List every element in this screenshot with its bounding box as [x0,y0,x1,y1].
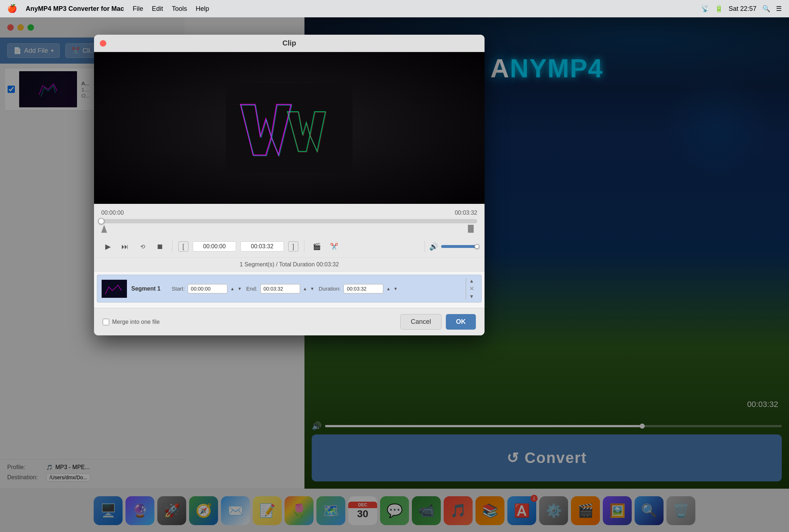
segment-duration-group: Duration: ▲ ▼ [319,284,398,293]
segment-end-input[interactable] [260,284,300,293]
dialog-titlebar: Clip [94,35,485,52]
edit-menu[interactable]: Edit [152,5,163,13]
dialog-overlay: Clip [0,17,789,532]
dur-spinner-up-icon[interactable]: ▲ [386,286,391,291]
move-down-icon[interactable]: ▼ [469,293,474,299]
end-label: End: [246,286,257,292]
set-start-bracket[interactable]: [ [178,241,188,252]
video-preview-area [94,52,485,204]
merge-label: Merge into one file [112,319,160,325]
segment-name-label: Segment 1 [131,286,167,292]
segment-thumbnail [102,280,127,298]
clock-display: Sat 22:57 [729,5,756,13]
battery-icon: 🔋 [715,5,723,13]
spinner-up-icon[interactable]: ▲ [230,286,235,291]
wifi-icon[interactable]: 📡 [701,5,709,13]
timeline-bar[interactable] [101,219,477,223]
duration-label: Duration: [319,286,341,292]
ok-button[interactable]: OK [446,314,476,330]
dur-spinner-down-icon[interactable]: ▼ [393,286,398,291]
spinner-down-icon[interactable]: ▼ [238,286,242,291]
svg-rect-5 [226,83,353,173]
stop-button[interactable]: ⏹ [153,240,166,253]
cut-audio-icon[interactable]: ✂️ [328,240,341,253]
end-spinner-down-icon[interactable]: ▼ [310,286,314,291]
file-menu[interactable]: File [133,5,143,13]
segment-row: Segment 1 Start: ▲ ▼ End: ▲ ▼ Durat [97,275,482,303]
cut-video-icon[interactable]: 🎬 [310,240,323,253]
segment-reorder-controls: ▲ ✕ ▼ [466,278,477,299]
menubar: 🍎 AnyMP4 MP3 Converter for Mac File Edit… [0,0,789,17]
dialog-footer: Merge into one file Cancel OK [94,308,485,335]
video-content-graphic [226,83,353,173]
end-time-input[interactable] [240,241,284,252]
help-menu[interactable]: Help [196,5,209,13]
segment-start-input[interactable] [188,284,227,293]
merge-checkbox-group[interactable]: Merge into one file [103,319,160,325]
playhead[interactable] [98,218,105,224]
clip-dialog: Clip [94,35,485,335]
loop-button[interactable]: ⟲ [136,240,149,253]
trim-handle-right[interactable] [468,225,474,233]
end-spinner-up-icon[interactable]: ▲ [303,286,307,291]
dialog-close-button[interactable] [100,40,106,47]
playback-controls: ▶ ⏭ ⟲ ⏹ [ ] 🎬 ✂️ 🔊 [94,236,485,258]
segment-info-bar: 1 Segment(s) / Total Duration 00:03:32 [94,258,485,272]
segment-start-group: Start: ▲ ▼ [172,284,242,293]
list-icon[interactable]: ☰ [776,5,782,13]
fast-forward-button[interactable]: ⏭ [119,240,132,253]
search-icon[interactable]: 🔍 [762,5,770,13]
dialog-title: Clip [282,39,296,47]
set-end-bracket[interactable]: ] [288,241,298,252]
sound-icon: 🔊 [429,242,438,251]
cancel-button[interactable]: Cancel [400,314,442,330]
app-name-menu: AnyMP4 MP3 Converter for Mac [26,5,124,13]
progress-area: 00:00:00 00:03:32 [94,204,485,236]
segment-end-group: End: ▲ ▼ [246,284,315,293]
segment-list: Segment 1 Start: ▲ ▼ End: ▲ ▼ Durat [94,272,485,308]
apple-menu-icon[interactable]: 🍎 [7,4,17,13]
desktop-background: 📄 Add File ▾ ✂️ Cli... [0,17,789,532]
segment-duration-input[interactable] [344,284,383,293]
volume-thumb[interactable] [474,244,479,249]
merge-checkbox[interactable] [103,319,109,325]
trim-handle-left[interactable] [101,225,107,233]
time-end-display: 00:03:32 [455,210,477,216]
move-up-icon[interactable]: ▲ [469,278,474,284]
volume-area: 🔊 [423,241,477,252]
time-start-display: 00:00:00 [101,210,124,216]
tools-menu[interactable]: Tools [172,5,187,13]
volume-bar[interactable] [441,245,477,248]
play-button[interactable]: ▶ [101,240,114,253]
start-time-input[interactable] [193,241,236,252]
delete-segment-icon[interactable]: ✕ [469,285,474,292]
start-label: Start: [172,286,185,292]
